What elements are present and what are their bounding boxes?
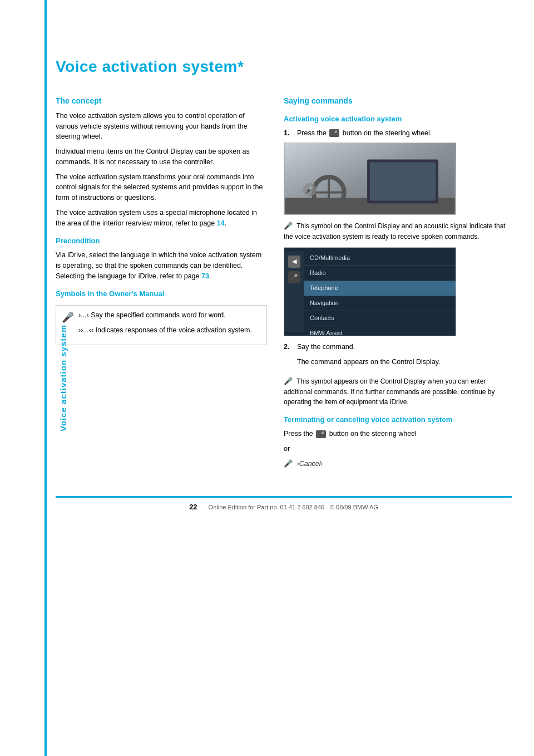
- steering-wheel-button-icon: 🎤: [329, 129, 339, 137]
- svg-text:🎤: 🎤: [305, 186, 314, 194]
- page-number: 22: [189, 502, 197, 513]
- two-column-layout: The concept The voice activation system …: [56, 95, 512, 474]
- saying-commands-heading: Saying commands: [284, 95, 512, 106]
- voice-symbol-icon: 🎤: [62, 310, 74, 325]
- cancel-line: 🎤 ›Cancel‹: [284, 458, 512, 469]
- sidebar-label: Voice activation system: [57, 325, 70, 431]
- concept-para4: The voice activation system uses a speci…: [56, 208, 267, 229]
- step2-line2: The command appears on the Control Displ…: [297, 357, 441, 367]
- menu-item-cd: CD/Multimedia: [304, 251, 456, 266]
- concept-para1: The voice activation system allows you t…: [56, 111, 267, 142]
- menu-voice-icon: 🎤: [288, 271, 300, 283]
- menu-icons-area: ◀ 🎤: [284, 251, 304, 332]
- step-2: 2. Say the command. The command appears …: [284, 342, 512, 372]
- page-link-73[interactable]: 73: [201, 272, 209, 280]
- terminating-heading: Terminating or canceling voice activatio…: [284, 415, 512, 425]
- menu-item-bmw-assist: BMW Assist: [304, 326, 456, 336]
- symbol2-text: ››...‹‹ Indicates responses of the voice…: [78, 325, 252, 336]
- symbols-heading: Symbols in the Owner's Manual: [56, 289, 267, 300]
- terminating-or: or: [284, 444, 512, 454]
- terminating-button-icon: 🎤: [316, 430, 326, 438]
- caption1: 🎤 This symbol on the Control Display and…: [284, 220, 512, 242]
- page-title: Voice activation system*: [56, 56, 512, 78]
- interior-screenshot: 🎤: [284, 143, 456, 215]
- menu-nav-icon: ◀: [288, 256, 300, 268]
- caption2: 🎤 This symbol appears on the Control Dis…: [284, 376, 512, 407]
- symbol1-text: ›...‹ Say the specified commands word fo…: [78, 310, 252, 321]
- footer-text: Online Edition for Part no. 01 41 2 602 …: [209, 503, 378, 512]
- concept-heading: The concept: [56, 95, 267, 106]
- menu-screenshot: ◀ 🎤 CD/Multimedia Radio Telephone Naviga…: [284, 247, 456, 336]
- menu-item-radio: Radio: [304, 266, 456, 281]
- activating-heading: Activating voice activation system: [284, 114, 512, 125]
- concept-para2: Individual menu items on the Control Dis…: [56, 146, 267, 168]
- page-footer: 22 Online Edition for Part no. 01 41 2 6…: [56, 496, 512, 513]
- right-column: Saying commands Activating voice activat…: [284, 95, 512, 474]
- precondition-text: Via iDrive, select the language in which…: [56, 250, 267, 281]
- caption1-icon: 🎤: [284, 222, 293, 230]
- menu-items-list: CD/Multimedia Radio Telephone Navigation…: [304, 251, 456, 332]
- page-link-14[interactable]: 14: [217, 219, 225, 227]
- cancel-text: ›Cancel‹: [296, 460, 323, 468]
- symbol-text-area: ›...‹ Say the specified commands word fo…: [78, 310, 252, 340]
- blue-border-bar: [44, 0, 47, 756]
- precondition-heading: Precondition: [56, 236, 267, 247]
- concept-para3: The voice activation system transforms y…: [56, 172, 267, 203]
- menu-item-navigation: Navigation: [304, 296, 456, 311]
- svg-rect-7: [370, 163, 436, 201]
- cancel-icon: 🎤: [284, 459, 293, 468]
- menu-item-telephone: Telephone: [304, 281, 456, 296]
- menu-item-contacts: Contacts: [304, 311, 456, 326]
- terminating-para: Press the 🎤 button on the steering wheel: [284, 429, 512, 439]
- page-container: Voice activation system Voice activation…: [0, 0, 534, 756]
- step2-line1: Say the command.: [297, 342, 441, 352]
- symbol-box: 🎤 ›...‹ Say the specified commands word …: [56, 305, 267, 345]
- caption2-icon: 🎤: [284, 377, 293, 385]
- step-1: 1. Press the 🎤 button on the steering wh…: [284, 128, 512, 139]
- left-column: The concept The voice activation system …: [56, 95, 267, 474]
- interior-svg: 🎤: [284, 143, 456, 214]
- content-area: Voice activation system* The concept The…: [56, 33, 512, 513]
